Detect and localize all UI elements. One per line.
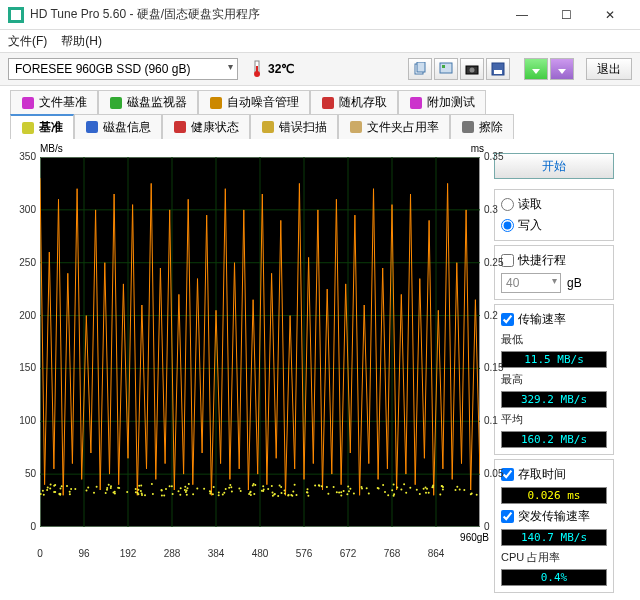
disk-monitor-icon xyxy=(109,96,123,110)
y-right-unit: ms xyxy=(471,143,484,154)
y2-tick: 0.35 xyxy=(484,151,520,162)
tab-健康状态[interactable]: 健康状态 xyxy=(162,114,250,139)
svg-rect-22 xyxy=(174,121,186,133)
screenshot-button[interactable] xyxy=(460,58,484,80)
y-tick: 300 xyxy=(8,204,36,215)
menu-help[interactable]: 帮助(H) xyxy=(61,33,102,50)
y2-tick: 0.2 xyxy=(484,310,520,321)
svg-rect-18 xyxy=(322,97,334,109)
tab-自动噪音管理[interactable]: 自动噪音管理 xyxy=(198,90,310,114)
device-select[interactable]: FORESEE 960GB SSD (960 gB) xyxy=(8,58,238,80)
aam-icon xyxy=(209,96,223,110)
erase-icon xyxy=(461,120,475,134)
cpu-value: 0.4% xyxy=(501,569,607,586)
y-tick: 200 xyxy=(8,310,36,321)
exit-button[interactable]: 退出 xyxy=(586,58,632,80)
folder-usage-icon xyxy=(349,120,363,134)
random-icon xyxy=(321,96,335,110)
svg-marker-14 xyxy=(558,69,566,74)
maximize-button[interactable]: ☐ xyxy=(544,1,588,29)
options-button[interactable] xyxy=(524,58,548,80)
error-scan-icon xyxy=(261,120,275,134)
tab-擦除[interactable]: 擦除 xyxy=(450,114,514,139)
settings-button[interactable] xyxy=(550,58,574,80)
x-tick: 288 xyxy=(164,548,181,559)
temperature-display: 32℃ xyxy=(244,60,300,78)
window-title: HD Tune Pro 5.60 - 硬盘/固态硬盘实用程序 xyxy=(30,6,500,23)
tab-磁盘信息[interactable]: 磁盘信息 xyxy=(74,114,162,139)
x-tick: 864 xyxy=(428,548,445,559)
y-tick: 350 xyxy=(8,151,36,162)
thermometer-icon xyxy=(250,60,264,78)
svg-rect-20 xyxy=(22,122,34,134)
avg-value: 160.2 MB/s xyxy=(501,431,607,448)
extra-icon xyxy=(409,96,423,110)
save-button[interactable] xyxy=(486,58,510,80)
tab-文件夹占用率[interactable]: 文件夹占用率 xyxy=(338,114,450,139)
write-radio[interactable]: 写入 xyxy=(501,217,607,234)
short-stroke-size[interactable]: 40 xyxy=(501,273,561,293)
x-tick: 768 xyxy=(384,548,401,559)
svg-rect-17 xyxy=(210,97,222,109)
svg-rect-12 xyxy=(494,70,502,74)
svg-point-10 xyxy=(470,68,475,73)
tab-基准[interactable]: 基准 xyxy=(10,114,74,139)
svg-rect-4 xyxy=(256,66,258,74)
tab-错误扫描[interactable]: 错误扫描 xyxy=(250,114,338,139)
access-value: 0.026 ms xyxy=(501,487,607,504)
benchmark-chart: MB/s ms 050100150200250300350 00.050.10.… xyxy=(8,145,488,565)
x-tick: 96 xyxy=(78,548,89,559)
max-value: 329.2 MB/s xyxy=(501,391,607,408)
svg-rect-15 xyxy=(22,97,34,109)
y-tick: 100 xyxy=(8,415,36,426)
file-benchmark-icon xyxy=(21,96,35,110)
x-tick: 0 xyxy=(37,548,43,559)
svg-rect-21 xyxy=(86,121,98,133)
close-button[interactable]: ✕ xyxy=(588,1,632,29)
title-bar: HD Tune Pro 5.60 - 硬盘/固态硬盘实用程序 — ☐ ✕ xyxy=(0,0,640,30)
y2-tick: 0.15 xyxy=(484,362,520,373)
svg-rect-6 xyxy=(417,62,425,72)
benchmark-icon xyxy=(21,121,35,135)
svg-rect-8 xyxy=(442,65,445,68)
tab-附加测试[interactable]: 附加测试 xyxy=(398,90,486,114)
y2-tick: 0.1 xyxy=(484,415,520,426)
tab-磁盘监视器[interactable]: 磁盘监视器 xyxy=(98,90,198,114)
toolbar: FORESEE 960GB SSD (960 gB) 32℃ 退出 xyxy=(0,52,640,86)
svg-rect-16 xyxy=(110,97,122,109)
minimize-button[interactable]: — xyxy=(500,1,544,29)
menu-file[interactable]: 文件(F) xyxy=(8,33,47,50)
y-tick: 50 xyxy=(8,468,36,479)
copy-screenshot-button[interactable] xyxy=(434,58,458,80)
y-left-unit: MB/s xyxy=(40,143,63,154)
svg-rect-23 xyxy=(262,121,274,133)
disk-info-icon xyxy=(85,120,99,134)
y2-tick: 0.05 xyxy=(484,468,520,479)
temperature-value: 32℃ xyxy=(268,62,294,76)
svg-rect-1 xyxy=(11,10,21,20)
y2-tick: 0 xyxy=(484,521,520,532)
x-unit: 960gB xyxy=(460,532,489,543)
y-tick: 0 xyxy=(8,521,36,532)
svg-marker-13 xyxy=(532,69,540,74)
svg-rect-19 xyxy=(410,97,422,109)
x-tick: 480 xyxy=(252,548,269,559)
tab-strip: 文件基准磁盘监视器自动噪音管理随机存取附加测试 基准磁盘信息健康状态错误扫描文件… xyxy=(0,86,640,139)
y2-tick: 0.25 xyxy=(484,257,520,268)
y2-tick: 0.3 xyxy=(484,204,520,215)
y-tick: 150 xyxy=(8,362,36,373)
tab-随机存取[interactable]: 随机存取 xyxy=(310,90,398,114)
x-tick: 384 xyxy=(208,548,225,559)
y-tick: 250 xyxy=(8,257,36,268)
copy-info-button[interactable] xyxy=(408,58,432,80)
svg-rect-25 xyxy=(462,121,474,133)
x-tick: 672 xyxy=(340,548,357,559)
x-tick: 576 xyxy=(296,548,313,559)
app-icon xyxy=(8,7,24,23)
health-icon xyxy=(173,120,187,134)
tab-文件基准[interactable]: 文件基准 xyxy=(10,90,98,114)
device-select-value: FORESEE 960GB SSD (960 gB) xyxy=(15,62,190,76)
x-tick: 192 xyxy=(120,548,137,559)
svg-rect-24 xyxy=(350,121,362,133)
svg-rect-7 xyxy=(440,63,452,73)
